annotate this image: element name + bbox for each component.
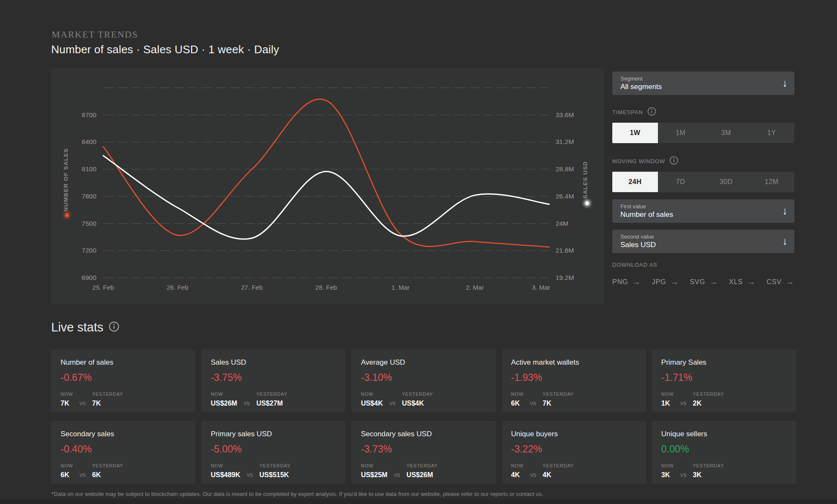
left-axis-tick: 8700 (82, 111, 97, 118)
yesterday-label: YESTERDAY (543, 463, 574, 468)
stat-comparison-row: NOW3KVSYESTERDAY3K (661, 463, 787, 479)
segment-dropdown[interactable]: Segment All segments ↓ (612, 72, 794, 95)
stat-comparison-row: NOW1KVSYESTERDAY2K (661, 392, 787, 407)
now-value: US$4K (361, 400, 383, 407)
now-block: NOW6K (61, 463, 73, 479)
info-icon[interactable] (109, 321, 119, 334)
yesterday-value: 7K (543, 400, 574, 407)
first-value-dropdown[interactable]: First value Number of sales ↓ (612, 199, 794, 223)
download-format-label: SVG (690, 278, 705, 286)
chevron-down-icon: ↓ (782, 206, 788, 216)
vs-label: VS (530, 472, 536, 478)
x-axis-label: 28. Feb (316, 284, 337, 291)
moving-window-option-30d[interactable]: 30D (704, 172, 749, 192)
stat-card-title: Average USD (361, 358, 486, 367)
yesterday-value: 4K (543, 471, 574, 479)
timespan-option-3m[interactable]: 3M (704, 123, 749, 143)
stat-card: Unique buyers-3.22%NOW4KVSYESTERDAY4K (502, 421, 646, 484)
yesterday-value: 6K (92, 471, 123, 479)
download-svg-button[interactable]: SVG→ (690, 277, 718, 287)
timespan-option-1m[interactable]: 1M (658, 123, 704, 143)
left-axis-tick: 7500 (82, 220, 97, 227)
second-value-dropdown[interactable]: Second value Sales USD ↓ (612, 230, 794, 253)
moving-window-option-12m[interactable]: 12M (749, 172, 794, 192)
now-label: NOW (661, 392, 674, 397)
x-axis-label: 25. Feb (93, 284, 114, 291)
info-icon[interactable] (647, 107, 656, 118)
yesterday-value: 2K (693, 400, 724, 407)
now-label: NOW (511, 463, 524, 468)
now-block: NOWUS$489K (211, 463, 240, 479)
trend-chart-panel[interactable]: 870084008100780075007200690033.6M31.2M28… (51, 68, 604, 304)
timespan-option-1y[interactable]: 1Y (749, 123, 794, 143)
live-stats-title: Live stats (51, 320, 104, 334)
x-axis-label: 26. Feb (167, 284, 188, 291)
stat-card-title: Unique sellers (661, 430, 787, 438)
number-of-sales-line[interactable] (103, 99, 549, 247)
first-value-dropdown-value: Number of sales (620, 210, 673, 219)
now-block: NOW7K (61, 392, 73, 407)
second-value-dropdown-label: Second value (620, 233, 654, 240)
yesterday-value: US$4K (402, 400, 433, 407)
yesterday-label: YESTERDAY (693, 463, 724, 468)
yesterday-block: YESTERDAY2K (693, 392, 724, 407)
download-csv-button[interactable]: CSV→ (767, 277, 794, 287)
download-png-button[interactable]: PNG→ (612, 277, 641, 287)
market-trends-page: MARKET TRENDS Number of sales · Sales US… (0, 0, 837, 504)
now-value: US$489K (211, 471, 240, 479)
chart-controls-sidebar: Segment All segments ↓ TIMESPAN 1W1M3M1Y… (612, 72, 794, 290)
stat-card-title: Secondary sales (61, 430, 186, 438)
yesterday-value: US$26M (406, 471, 437, 479)
yesterday-label: YESTERDAY (92, 463, 123, 468)
download-jpg-button[interactable]: JPG→ (652, 277, 679, 287)
chevron-down-icon: ↓ (782, 236, 788, 246)
trend-chart-svg[interactable]: 870084008100780075007200690033.6M31.2M28… (51, 68, 604, 304)
now-block: NOWUS$26M (211, 392, 237, 407)
now-value: 6K (61, 471, 73, 479)
trend-chart[interactable]: 870084008100780075007200690033.6M31.2M28… (51, 68, 604, 304)
moving-window-option-24h[interactable]: 24H (612, 172, 658, 192)
now-value: 4K (511, 471, 524, 479)
now-label: NOW (511, 392, 524, 397)
stat-card: Primary sales USD-5.00%NOWUS$489KVSYESTE… (201, 421, 345, 484)
vs-label: VS (389, 401, 396, 406)
yesterday-block: YESTERDAYUS$27M (256, 392, 287, 407)
left-axis-tick: 8400 (82, 138, 97, 145)
timespan-option-1w[interactable]: 1W (612, 123, 658, 143)
stat-change-percent: -3.75% (211, 372, 336, 383)
vs-label: VS (680, 472, 686, 478)
left-axis-tick: 7800 (82, 193, 97, 200)
now-label: NOW (211, 392, 237, 397)
stat-comparison-row: NOWUS$25MVSYESTERDAYUS$26M (361, 463, 486, 479)
moving-window-option-7d[interactable]: 7D (658, 172, 704, 192)
data-disclaimer: *Data on our website may be subject to b… (52, 491, 543, 497)
yesterday-value: 3K (693, 471, 724, 479)
stat-change-percent: -0.40% (61, 444, 186, 455)
now-label: NOW (211, 463, 240, 468)
stat-card: Average USD-3.10%NOWUS$4KVSYESTERDAYUS$4… (351, 349, 495, 412)
stat-card-title: Active market wallets (511, 358, 637, 367)
yesterday-value: US$27M (256, 400, 287, 407)
stat-change-percent: -1.71% (661, 372, 787, 383)
stat-comparison-row: NOWUS$4KVSYESTERDAYUS$4K (361, 392, 486, 407)
yesterday-block: YESTERDAY6K (92, 463, 123, 479)
now-block: NOWUS$4K (361, 392, 383, 407)
stat-card-title: Unique buyers (511, 430, 637, 438)
arrow-right-icon: → (670, 277, 679, 287)
stat-card: Secondary sales USD-3.73%NOWUS$25MVSYEST… (351, 421, 495, 484)
section-eyebrow: MARKET TRENDS (52, 29, 138, 40)
stat-card-title: Primary sales USD (211, 430, 336, 438)
yesterday-value: 7K (92, 400, 123, 407)
stat-comparison-row: NOW6KVSYESTERDAY6K (61, 463, 186, 479)
now-block: NOW4K (511, 463, 524, 479)
yesterday-block: YESTERDAY4K (543, 463, 574, 479)
right-axis-tick: 26.4M (556, 193, 574, 200)
right-axis-tick: 24M (556, 220, 568, 227)
stat-change-percent: -3.73% (361, 444, 486, 455)
info-icon[interactable] (669, 156, 678, 167)
download-xls-button[interactable]: XLS→ (729, 277, 756, 287)
now-block: NOWUS$25M (361, 463, 387, 479)
sales-usd-line[interactable] (103, 156, 549, 239)
now-value: US$25M (361, 471, 387, 479)
first-value-dropdown-label: First value (620, 203, 646, 210)
